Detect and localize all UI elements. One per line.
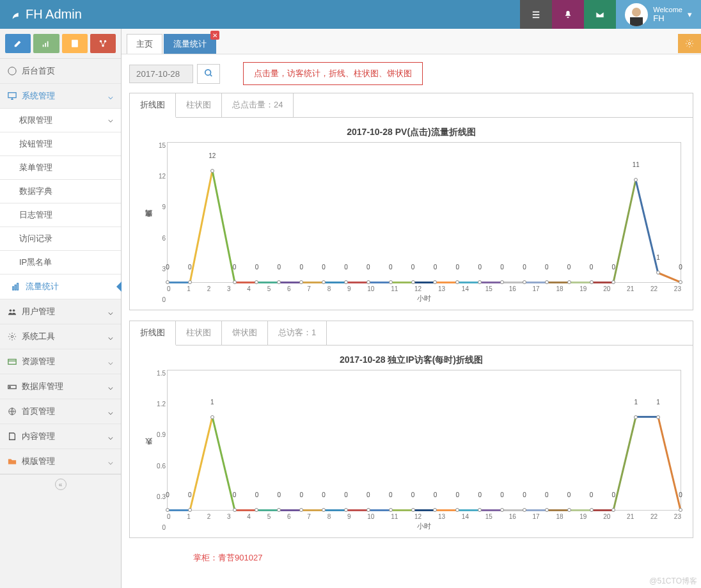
user-menu[interactable]: Welcome FH ▾	[616, 0, 701, 29]
topbar: FH Admin Welcome FH ▾	[0, 0, 701, 29]
panel-tabs: 折线图 柱状图 总点击量：24	[130, 93, 693, 118]
sidebar-item-dict[interactable]: 数据字典	[0, 180, 121, 203]
content: 点击量，访客统计，折线、柱状图、饼状图 折线图 柱状图 总点击量：24 2017…	[122, 54, 701, 588]
chart-tab-line[interactable]: 折线图	[130, 321, 176, 346]
sidebar-item-label: 数据库管理	[22, 381, 63, 392]
share-button[interactable]	[90, 34, 116, 53]
svg-rect-6	[45, 43, 47, 47]
tab-home[interactable]: 主页	[127, 34, 162, 54]
topbar-right: Welcome FH ▾	[520, 0, 701, 29]
tab-traffic[interactable]: 流量统计✕	[164, 34, 216, 54]
chevron-down-icon: ⌵	[108, 382, 113, 392]
search-icon	[204, 68, 213, 77]
sidebar-item-label: 首页管理	[22, 406, 55, 417]
gear-icon	[685, 39, 694, 48]
pv-panel: 折线图 柱状图 总点击量：24 2017-10-28 PV(点击)流量折线图 浏…	[129, 93, 693, 310]
signal-icon	[42, 39, 51, 48]
total-clicks: 总点击量：24	[222, 93, 294, 117]
alerts-button[interactable]	[552, 0, 584, 29]
x-ticks: 01234567891011121314151617181920212223	[167, 511, 681, 521]
chart-tab-bar[interactable]: 柱状图	[176, 93, 222, 117]
sidebar-item-resources[interactable]: 资源管理⌵	[0, 349, 121, 374]
sidebar-item-homepage[interactable]: 首页管理⌵	[0, 399, 121, 424]
panel-tabs: 折线图 柱状图 饼状图 总访客：1	[130, 321, 693, 346]
collapse-sidebar-button[interactable]: «	[0, 474, 121, 494]
sidebar-item-traffic[interactable]: 流量统计	[0, 274, 121, 299]
sidebar-item-button-mgmt[interactable]: 按钮管理	[0, 132, 121, 156]
chevron-down-icon: ⌵	[108, 407, 113, 417]
x-axis-label: 小时	[167, 294, 681, 303]
sidebar-item-permission[interactable]: 权限管理⌵	[0, 109, 121, 132]
sidebar-item-label: IP黑名单	[19, 257, 52, 267]
search-row: 点击量，访客统计，折线、柱状图、饼状图	[129, 62, 693, 85]
tasks-button[interactable]	[520, 0, 552, 29]
sidebar-item-visit[interactable]: 访问记录	[0, 227, 121, 251]
sidebar-item-menu-mgmt[interactable]: 菜单管理	[0, 156, 121, 180]
svg-rect-7	[47, 42, 49, 47]
sidebar-item-label: 访问记录	[19, 234, 52, 243]
watermark: @51CTO博客	[649, 576, 697, 587]
svg-point-21	[10, 386, 11, 388]
chevron-down-icon: ⌵	[108, 357, 113, 367]
sidebar-item-dashboard[interactable]: 后台首页	[0, 59, 121, 84]
chevron-down-icon: ⌵	[108, 115, 113, 126]
chevron-down-icon: ⌵	[108, 432, 113, 441]
sidebar-item-log[interactable]: 日志管理	[0, 203, 121, 227]
sidebar-item-blacklist[interactable]: IP黑名单	[0, 251, 121, 274]
sidebar-item-content[interactable]: 内容管理⌵	[0, 424, 121, 449]
chart-tab-bar[interactable]: 柱状图	[176, 321, 222, 345]
folder-icon	[8, 457, 17, 466]
chart-tab-pie[interactable]: 饼状图	[222, 321, 268, 345]
svg-rect-15	[17, 283, 19, 290]
brand[interactable]: FH Admin	[0, 7, 92, 22]
settings-button[interactable]	[678, 34, 701, 53]
sidebar-item-template[interactable]: 模版管理⌵	[0, 449, 121, 474]
svg-rect-14	[15, 285, 16, 290]
page-tabs: 主页 流量统计✕	[122, 29, 701, 54]
date-input[interactable]	[129, 65, 193, 83]
sidebar-item-label: 用户管理	[22, 306, 55, 317]
sidebar-item-label: 后台首页	[22, 65, 55, 77]
sidebar-item-label: 系统管理	[22, 90, 55, 102]
mail-button[interactable]	[584, 0, 616, 29]
sidebar-item-users[interactable]: 用户管理⌵	[0, 299, 121, 324]
sidebar-item-label: 日志管理	[19, 210, 52, 219]
chart-icon	[12, 282, 20, 291]
sidebar: 后台首页 系统管理⌵ 权限管理⌵ 按钮管理 菜单管理 数据字典 日志管理 访问记…	[0, 29, 122, 588]
bell-icon	[563, 10, 572, 19]
sidebar-item-tools[interactable]: 系统工具⌵	[0, 324, 121, 349]
edit-button[interactable]	[5, 34, 31, 53]
chevron-down-icon: ⌵	[108, 457, 113, 466]
quick-buttons	[0, 29, 121, 59]
user-text: Welcome FH	[653, 6, 682, 23]
sidebar-item-system[interactable]: 系统管理⌵	[0, 84, 121, 109]
username: FH	[653, 13, 682, 23]
sidebar-item-label: 资源管理	[22, 356, 55, 367]
sidebar-item-label: 菜单管理	[19, 163, 52, 172]
sidebar-item-label: 数据字典	[19, 186, 52, 196]
gear-icon	[8, 332, 17, 341]
chart-canvas: 00120000000000000000001110	[167, 142, 681, 283]
stats-button[interactable]	[33, 34, 59, 53]
chevron-down-icon: ⌵	[108, 91, 113, 101]
svg-rect-5	[43, 45, 44, 47]
svg-rect-4	[630, 17, 643, 26]
sidebar-item-label: 按钮管理	[19, 139, 52, 148]
x-ticks: 01234567891011121314151617181920212223	[167, 283, 681, 294]
svg-rect-19	[8, 360, 16, 365]
sidebar-item-database[interactable]: 数据库管理⌵	[0, 374, 121, 399]
search-button[interactable]	[197, 64, 220, 84]
description-box: 点击量，访客统计，折线、柱状图、饼状图	[243, 62, 423, 85]
main: 主页 流量统计✕ 点击量，访客统计，折线、柱状图、饼状图 折线图 柱状图 总点击…	[122, 29, 701, 588]
hdd-icon	[8, 382, 17, 391]
svg-rect-13	[13, 287, 14, 290]
svg-point-18	[11, 335, 13, 338]
sidebar-item-label: 系统工具	[22, 331, 55, 342]
x-axis-label: 小时	[167, 521, 681, 531]
chart-tab-line[interactable]: 折线图	[130, 93, 176, 118]
docs-button[interactable]	[62, 34, 88, 53]
chart-canvas: 001000000000000000000110	[167, 370, 681, 511]
close-icon[interactable]: ✕	[210, 31, 219, 40]
book-icon	[70, 39, 79, 48]
svg-point-23	[688, 42, 691, 45]
